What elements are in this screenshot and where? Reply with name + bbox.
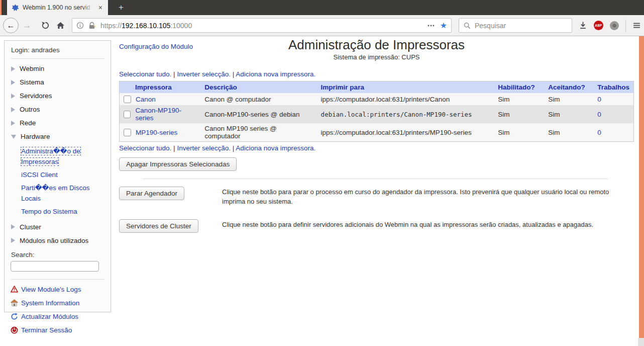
page-header: Configuração do Módulo Administração de … (119, 38, 634, 61)
add-printer-link[interactable]: Adiciona nova impressora. (236, 144, 315, 152)
stop-scheduler-button[interactable]: Parar Agendador (119, 187, 184, 200)
chevron-right-icon (11, 238, 15, 243)
col-habilitado: Habilitado? (494, 81, 544, 94)
section-divider (143, 179, 608, 179)
sidebar: Login: andrades Webmin Sistema Servidore… (4, 40, 111, 312)
sidebar-item-cluster[interactable]: Cluster (11, 223, 104, 231)
actions-section: Parar Agendador Clique neste botão para … (119, 186, 634, 233)
sidebar-item-outros[interactable]: Outros (11, 106, 104, 113)
jobs-link[interactable]: 0 (597, 129, 601, 136)
main-content: Configuração do Módulo Administração de … (119, 38, 634, 233)
printer-description: Canon MP190 series @ computador (200, 123, 316, 142)
printer-accepting: Sim (544, 105, 593, 123)
printer-link[interactable]: Canon (136, 96, 156, 103)
col-impressora: Impressora (120, 81, 201, 94)
refresh-modules-link[interactable]: Actualizar Módulos (11, 313, 104, 320)
chevron-right-icon (11, 121, 15, 126)
search-placeholder: Pesquisar (475, 22, 506, 30)
select-all-link[interactable]: Seleccionar tudo. (119, 70, 171, 78)
chevron-right-icon (11, 224, 15, 229)
sidebar-item-unused-modules[interactable]: Módulos não utilizados (11, 237, 104, 244)
sidebar-search-label: Search: (11, 251, 104, 258)
url-bar[interactable]: https://192.168.10.105:10000 ★ (72, 18, 452, 33)
sidebar-link-disk-partitions[interactable]: Parti��es em Discos Locais (21, 183, 104, 204)
chevron-down-icon (11, 135, 16, 139)
browser-tab[interactable]: Webmin 1.900 no servid × (7, 0, 108, 15)
sidebar-item-rede[interactable]: Rede (11, 119, 104, 127)
sidebar-search-input[interactable] (11, 261, 99, 272)
extension-wheel-icon[interactable] (610, 21, 619, 30)
page-actions-icon[interactable] (427, 22, 435, 30)
module-config-link[interactable]: Configuração do Módulo (119, 43, 193, 50)
row-checkbox[interactable] (124, 96, 131, 103)
webmin-favicon-icon (12, 4, 19, 12)
page-scrollbar[interactable] (639, 36, 644, 338)
chevron-right-icon (11, 66, 15, 71)
invert-selection-link[interactable]: Inverter selecção. (177, 70, 231, 78)
home-icon (11, 299, 18, 306)
printer-description: Canon @ computador (200, 93, 316, 105)
invert-selection-link[interactable]: Inverter selecção. (177, 144, 231, 152)
refresh-icon (11, 313, 18, 320)
page-info-icon[interactable] (76, 22, 84, 29)
sidebar-item-sistema[interactable]: Sistema (11, 78, 104, 86)
row-checkbox[interactable] (124, 111, 131, 118)
delete-selected-printers-button[interactable]: Apagar Impressoras Selecionadas (119, 157, 237, 171)
sidebar-link-system-time[interactable]: Tempo do Sistema (21, 207, 104, 217)
col-trabalhos: Trabalhos (593, 81, 633, 94)
hardware-children: Administra��o de Impressoras iSCSI Clien… (21, 146, 104, 217)
sidebar-link-printer-admin[interactable]: Administra��o de Impressoras (21, 146, 104, 167)
select-all-link[interactable]: Seleccionar tudo. (119, 144, 171, 152)
jobs-link[interactable]: 0 (597, 96, 601, 103)
printer-enabled: Sim (494, 123, 544, 142)
printer-accepting: Sim (544, 123, 593, 142)
back-button[interactable]: ← (3, 18, 19, 33)
system-information-link[interactable]: System Information (11, 299, 104, 307)
sidebar-item-servidores[interactable]: Servidores (11, 92, 104, 100)
reload-button[interactable] (41, 21, 50, 30)
downloads-button[interactable] (579, 21, 587, 30)
view-module-logs-link[interactable]: View Module's Logs (11, 286, 104, 293)
printer-link[interactable]: MP190-series (136, 129, 177, 136)
table-row: Canon Canon @ computador ipps://computad… (120, 93, 634, 105)
adblock-extension-icon[interactable]: ABP (594, 21, 603, 30)
url-text[interactable]: https://192.168.10.105:10000 (100, 22, 423, 30)
scrollbar-corner (638, 338, 644, 346)
bookmark-star-icon[interactable]: ★ (440, 22, 447, 30)
menu-button[interactable] (632, 21, 641, 30)
tab-close-icon[interactable]: × (97, 4, 104, 12)
warning-triangle-icon (11, 286, 18, 293)
table-header-row: Impressora Descrição Imprimir para Habil… (120, 81, 634, 94)
chevron-right-icon (11, 94, 15, 99)
home-button[interactable] (56, 21, 65, 30)
add-printer-link[interactable]: Adiciona nova impressora. (236, 70, 315, 78)
printer-link[interactable]: Canon-MP190-series (135, 107, 196, 122)
printer-description: Canon-MP190-series @ debian (200, 105, 316, 123)
sidebar-link-iscsi-client[interactable]: iSCSI Client (21, 170, 104, 181)
page-title: Administração de Impressoras (119, 38, 634, 52)
cluster-servers-description: Clique neste botão para definir servidor… (222, 219, 610, 233)
toolbar-separator (625, 20, 626, 32)
printer-accepting: Sim (544, 93, 593, 105)
table-row: Canon-MP190-series Canon-MP190-series @ … (120, 105, 634, 123)
chevron-right-icon (11, 107, 15, 112)
insecure-lock-icon[interactable] (88, 22, 96, 30)
jobs-link[interactable]: 0 (597, 111, 601, 118)
new-tab-button[interactable]: + (115, 1, 128, 14)
col-descricao: Descrição (200, 81, 316, 94)
desktop-edge-strip (0, 0, 2, 15)
forward-button[interactable]: → (20, 21, 35, 30)
login-label: Login: andrades (11, 46, 104, 54)
sidebar-item-webmin[interactable]: Webmin (11, 65, 104, 72)
cluster-servers-button[interactable]: Servidores de Cluster (119, 219, 198, 233)
sidebar-divider (11, 58, 104, 59)
search-icon (464, 22, 471, 29)
power-icon (11, 326, 18, 334)
selection-links-bottom: Seleccionar tudo. | Inverter selecção. |… (119, 144, 634, 152)
search-bar[interactable]: Pesquisar (459, 18, 572, 33)
printer-enabled: Sim (494, 105, 544, 123)
logout-link[interactable]: Terminar Sessão (11, 326, 104, 334)
sidebar-divider (11, 279, 104, 280)
row-checkbox[interactable] (124, 129, 131, 136)
sidebar-item-hardware[interactable]: Hardware (11, 133, 104, 140)
